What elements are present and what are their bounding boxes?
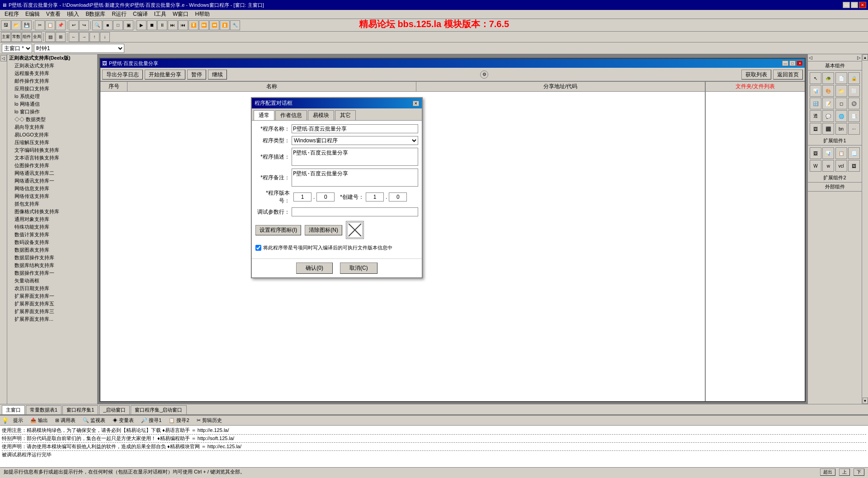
config-dialog: 程序配置对话框 ✕ 通常 作者信息 易模块 其它 *程序名称： 程序类型： Wi… [251, 97, 423, 278]
version-major-input[interactable] [293, 192, 311, 202]
dialog-tab-author[interactable]: 作者信息 [275, 110, 307, 120]
program-type-label: 程序类型： [255, 137, 292, 145]
version-minor-input[interactable] [316, 192, 335, 202]
program-comment-row: *程序备注： P壁纸·百度云批量分享 [255, 169, 418, 187]
program-name-row: *程序名称： [255, 124, 418, 133]
dialog-tab-bar: 通常 作者信息 易模块 其它 [252, 108, 422, 121]
dialog-tab-other[interactable]: 其它 [335, 110, 356, 120]
set-icon-btn[interactable]: 设置程序图标(I) [255, 225, 301, 235]
program-comment-input[interactable]: P壁纸·百度云批量分享 [292, 169, 418, 187]
dialog-tab-module[interactable]: 易模块 [308, 110, 334, 120]
icon-preview [346, 221, 364, 239]
build-major-input[interactable] [366, 192, 384, 202]
program-desc-label: *程序描述： [255, 153, 292, 161]
icon-row: 设置程序图标(I) 清除图标(N) [255, 219, 418, 241]
cancel-button[interactable]: 取消(C) [340, 262, 377, 274]
program-desc-input[interactable]: P壁纸·百度云批量分享 [292, 148, 418, 166]
version-label: *程序版本号： [255, 189, 292, 205]
program-type-row: 程序类型： Windows窗口程序 [255, 136, 418, 145]
program-desc-row: *程序描述： P壁纸·百度云批量分享 [255, 148, 418, 166]
build-label: *创建号： [340, 193, 364, 201]
clear-icon-btn[interactable]: 清除图标(N) [305, 225, 342, 235]
checkbox-label: 将此程序带星号项同时写入编译后的可执行文件版本信息中 [263, 244, 392, 251]
dialog-overlay: 程序配置对话框 ✕ 通常 作者信息 易模块 其它 *程序名称： 程序类型： Wi… [0, 0, 868, 478]
dialog-close-btn[interactable]: ✕ [413, 101, 419, 106]
debug-args-row: 调试参数行： [255, 207, 418, 216]
build-minor-input[interactable] [389, 192, 407, 202]
write-version-checkbox[interactable] [255, 245, 261, 251]
version-row: *程序版本号： . *创建号： . [255, 189, 418, 205]
program-name-input[interactable] [292, 124, 418, 133]
program-name-label: *程序名称： [255, 125, 292, 133]
dialog-title-text: 程序配置对话框 [255, 99, 292, 107]
confirm-button[interactable]: 确认(0) [296, 262, 333, 274]
build-dot: . [386, 194, 387, 200]
dialog-body: *程序名称： 程序类型： Windows窗口程序 *程序描述： P壁纸·百度云批… [252, 121, 422, 258]
dialog-title-bar: 程序配置对话框 ✕ [252, 98, 422, 108]
checkbox-row: 将此程序带星号项同时写入编译后的可执行文件版本信息中 [255, 244, 418, 251]
program-type-select[interactable]: Windows窗口程序 [292, 136, 418, 145]
version-dot1: . [313, 194, 315, 200]
debug-args-input[interactable] [292, 207, 418, 216]
program-comment-label: *程序备注： [255, 174, 292, 182]
dialog-footer: 确认(0) 取消(C) [252, 258, 422, 277]
debug-args-label: 调试参数行： [255, 208, 292, 216]
dialog-tab-general[interactable]: 通常 [254, 110, 274, 120]
